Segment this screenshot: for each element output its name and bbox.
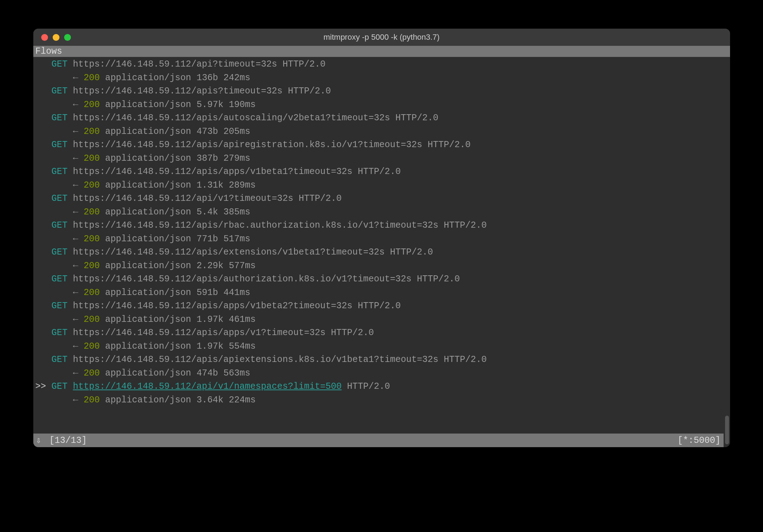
flow-row[interactable]: GET https://146.148.59.112/apis/apps/v1b… <box>33 165 730 192</box>
http-method: GET <box>52 220 68 231</box>
flow-row[interactable]: GET https://146.148.59.112/apis/authoriz… <box>33 272 730 299</box>
http-method: GET <box>52 193 68 204</box>
request-url: https://146.148.59.112/apis/apps/v1?time… <box>73 328 326 338</box>
content-type: application/json <box>105 261 191 271</box>
flows-header: Flows <box>33 46 730 57</box>
protocol: HTTP/2.0 <box>390 247 433 257</box>
response-arrow-icon: ← <box>73 207 78 217</box>
status-code: 200 <box>84 73 100 83</box>
terminal-window: mitmproxy -p 5000 -k (python3.7) Flows G… <box>33 29 730 447</box>
selection-marker <box>35 111 52 125</box>
content-type: application/json <box>105 207 191 217</box>
listen-address: [*:5000] <box>677 435 720 446</box>
response-time: 205ms <box>224 126 250 137</box>
response-arrow-icon: ← <box>73 368 78 378</box>
response-size: 473b <box>197 126 218 137</box>
status-code: 200 <box>84 180 100 190</box>
content-type: application/json <box>105 287 191 298</box>
response-arrow-icon: ← <box>73 287 78 298</box>
protocol: HTTP/2.0 <box>331 328 374 338</box>
http-method: GET <box>52 166 68 177</box>
selection-marker <box>35 219 52 232</box>
minimize-icon[interactable] <box>53 34 59 41</box>
status-code: 200 <box>84 100 100 110</box>
response-time: 190ms <box>229 100 256 110</box>
flow-row[interactable]: GET https://146.148.59.112/apis/apiexten… <box>33 353 730 380</box>
request-url: https://146.148.59.112/apis/apiextension… <box>73 354 438 365</box>
flow-row[interactable]: GET https://146.148.59.112/apis/apps/v1?… <box>33 326 730 353</box>
protocol: HTTP/2.0 <box>358 166 401 177</box>
response-size: 771b <box>197 234 218 244</box>
flow-row[interactable]: GET https://146.148.59.112/apis/apps/v1b… <box>33 299 730 326</box>
flow-row[interactable]: GET https://146.148.59.112/api?timeout=3… <box>33 58 730 84</box>
response-size: 1.97k <box>197 341 224 352</box>
flow-row[interactable]: GET https://146.148.59.112/apis/extensio… <box>33 246 730 272</box>
scrollbar-thumb[interactable] <box>725 416 729 444</box>
response-arrow-icon: ← <box>73 153 78 164</box>
http-method: GET <box>52 301 68 311</box>
http-method: GET <box>52 140 68 150</box>
maximize-icon[interactable] <box>64 34 71 41</box>
response-time: 577ms <box>229 261 256 271</box>
traffic-lights <box>33 34 71 41</box>
selection-marker <box>35 58 52 71</box>
protocol: HTTP/2.0 <box>288 86 331 96</box>
request-url: https://146.148.59.112/apis/apiregistrat… <box>73 140 422 150</box>
content-type: application/json <box>105 153 191 164</box>
request-url: https://146.148.59.112/apis/rbac.authori… <box>73 220 438 231</box>
response-time: 517ms <box>224 234 250 244</box>
window-title: mitmproxy -p 5000 -k (python3.7) <box>33 33 730 42</box>
flow-row[interactable]: GET https://146.148.59.112/apis?timeout=… <box>33 84 730 111</box>
response-time: 385ms <box>224 207 250 217</box>
content-type: application/json <box>105 73 191 83</box>
titlebar[interactable]: mitmproxy -p 5000 -k (python3.7) <box>33 29 730 46</box>
protocol: HTTP/2.0 <box>444 354 487 365</box>
http-method: GET <box>52 274 68 284</box>
selection-marker <box>35 353 52 367</box>
close-icon[interactable] <box>41 34 48 41</box>
terminal-body[interactable]: GET https://146.148.59.112/api?timeout=3… <box>33 57 730 447</box>
response-time: 461ms <box>229 314 256 325</box>
response-time: 554ms <box>229 341 256 352</box>
response-time: 289ms <box>229 180 256 190</box>
response-time: 279ms <box>224 153 250 164</box>
protocol: HTTP/2.0 <box>444 220 487 231</box>
selection-marker: >> <box>35 380 52 393</box>
response-arrow-icon: ← <box>73 234 78 244</box>
flow-row[interactable]: GET https://146.148.59.112/apis/autoscal… <box>33 111 730 138</box>
request-url: https://146.148.59.112/api/v1/namespaces… <box>73 381 342 392</box>
content-type: application/json <box>105 314 191 325</box>
selection-marker <box>35 246 52 259</box>
selection-marker <box>35 138 52 152</box>
response-size: 2.29k <box>197 261 224 271</box>
content-type: application/json <box>105 341 191 352</box>
request-url: https://146.148.59.112/apis/authorizatio… <box>73 274 412 284</box>
protocol: HTTP/2.0 <box>417 274 460 284</box>
response-arrow-icon: ← <box>73 314 78 325</box>
response-size: 136b <box>197 73 218 83</box>
response-size: 591b <box>197 287 218 298</box>
selection-marker <box>35 272 52 286</box>
request-url: https://146.148.59.112/apis/autoscaling/… <box>73 113 390 123</box>
status-code: 200 <box>84 314 100 325</box>
protocol: HTTP/2.0 <box>347 381 390 392</box>
response-arrow-icon: ← <box>73 395 78 405</box>
flow-row[interactable]: GET https://146.148.59.112/apis/apiregis… <box>33 138 730 165</box>
status-code: 200 <box>84 395 100 405</box>
content-type: application/json <box>105 395 191 405</box>
response-arrow-icon: ← <box>73 341 78 352</box>
selection-marker <box>35 299 52 313</box>
status-code: 200 <box>84 126 100 137</box>
flow-row[interactable]: GET https://146.148.59.112/apis/rbac.aut… <box>33 219 730 246</box>
statusbar: ⇩ [13/13] [*:5000] <box>33 434 724 447</box>
flow-count: [13/13] <box>49 435 87 446</box>
content-type: application/json <box>105 100 191 110</box>
response-time: 563ms <box>224 368 250 378</box>
flow-row[interactable]: GET https://146.148.59.112/api/v1?timeou… <box>33 192 730 219</box>
protocol: HTTP/2.0 <box>428 140 471 150</box>
flow-row[interactable]: >> GET https://146.148.59.112/api/v1/nam… <box>33 380 730 407</box>
response-size: 1.31k <box>197 180 224 190</box>
response-size: 5.4k <box>197 207 218 217</box>
response-time: 441ms <box>224 287 250 298</box>
http-method: GET <box>52 354 68 365</box>
